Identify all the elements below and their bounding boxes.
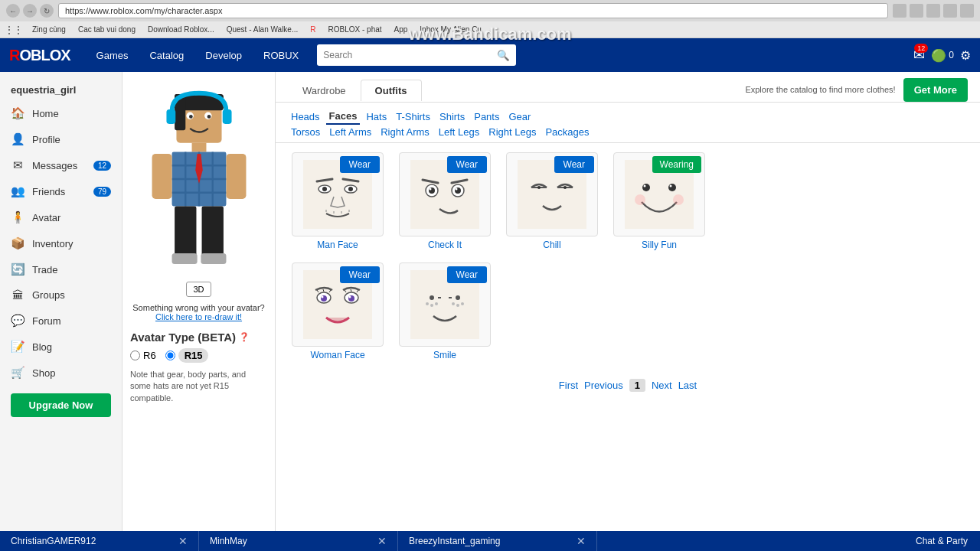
bookmark-7[interactable]: Inbox My Alien Cu [416, 24, 485, 34]
address-bar[interactable]: https://www.roblox.com/my/character.aspx [58, 3, 888, 18]
sidebar-item-forum[interactable]: 💬 Forum [0, 308, 122, 334]
item-name-man-face[interactable]: Man Face [317, 240, 358, 250]
sidebar-item-avatar[interactable]: 🧍 Avatar [0, 204, 122, 230]
bookmark-4[interactable]: R [307, 24, 318, 34]
item-name-woman-face[interactable]: Woman Face [310, 350, 364, 360]
item-name-chill[interactable]: Chill [543, 240, 560, 250]
cat-left-arms[interactable]: Left Arms [326, 125, 374, 139]
wear-btn-check-it[interactable]: Wear [447, 156, 487, 173]
item-name-smile[interactable]: Smile [433, 350, 456, 360]
wear-btn-woman-face[interactable]: Wear [340, 266, 380, 283]
cat-heads[interactable]: Heads [288, 109, 323, 124]
bookmark-5[interactable]: ROBLOX - phat [325, 24, 385, 34]
friends-sidebar-badge: 79 [93, 187, 111, 197]
cat-right-legs[interactable]: Right Legs [485, 125, 539, 139]
bookmark-6[interactable]: App [391, 24, 411, 34]
r6-radio[interactable] [130, 350, 140, 360]
get-more-button[interactable]: Get More [903, 78, 968, 102]
wearing-btn-silly-fun[interactable]: Wearing [652, 156, 701, 173]
item-card-man-face: Wear Man Face [288, 152, 387, 250]
cat-faces[interactable]: Faces [326, 109, 361, 125]
cat-left-legs[interactable]: Left Legs [436, 125, 483, 139]
r6-radio-label[interactable]: R6 [130, 348, 156, 363]
nav-catalog[interactable]: Catalog [139, 38, 194, 72]
svg-rect-7 [166, 109, 175, 124]
messages-badge: 12 [914, 44, 928, 53]
chat-item-2[interactable]: BreezyInstant_gaming ✕ [398, 531, 597, 551]
main-container: equestria_girl 🏠 Home 👤 Profile ✉ Messag… [0, 72, 980, 531]
sidebar-item-friends[interactable]: 👥 Friends 79 [0, 178, 122, 204]
sidebar-item-shop[interactable]: 🛒 Shop [0, 360, 122, 386]
sidebar-item-trade[interactable]: 🔄 Trade [0, 256, 122, 282]
avatar-type-radio-group: R6 R15 [130, 348, 267, 363]
search-button[interactable]: 🔍 [491, 50, 516, 61]
refresh-button[interactable]: ↻ [40, 4, 54, 18]
tab-wardrobe[interactable]: Wardrobe [288, 80, 361, 101]
sidebar-item-home[interactable]: 🏠 Home [0, 100, 122, 126]
nav-develop[interactable]: Develop [194, 38, 253, 72]
chat-close-2[interactable]: ✕ [577, 535, 586, 547]
item-img-smile: Wear [399, 262, 491, 347]
sidebar-item-blog[interactable]: 📝 Blog [0, 334, 122, 360]
cat-tshirts[interactable]: T-Shirts [393, 109, 433, 124]
nav-robux[interactable]: ROBUX [253, 38, 309, 72]
forward-button[interactable]: → [23, 4, 37, 18]
cat-pants[interactable]: Pants [471, 109, 502, 124]
sidebar-item-groups[interactable]: 🏛 Groups [0, 282, 122, 308]
r15-radio-label[interactable]: R15 [165, 348, 209, 363]
apps-icon[interactable]: ⋮⋮ [5, 24, 23, 35]
tab-outfits[interactable]: Outfits [361, 80, 422, 101]
bookmark-0[interactable]: Zing cùng [29, 24, 69, 34]
page-previous[interactable]: Previous [584, 380, 623, 391]
item-name-check-it[interactable]: Check It [428, 240, 462, 250]
sidebar-item-profile[interactable]: 👤 Profile [0, 126, 122, 152]
svg-point-61 [322, 296, 324, 298]
wear-btn-smile[interactable]: Wear [447, 266, 487, 283]
svg-rect-20 [175, 206, 196, 256]
page-last[interactable]: Last [678, 380, 697, 391]
item-img-check-it: Wear [399, 152, 491, 236]
upgrade-now-button[interactable]: Upgrade Now [11, 393, 111, 417]
search-bar: 🔍 [317, 44, 516, 66]
settings-button[interactable]: ⚙ [960, 48, 971, 63]
chat-username-0: ChristianGAMER912 [11, 536, 96, 546]
browser-icon-3 [926, 4, 940, 18]
search-input[interactable] [317, 45, 491, 65]
nav-games[interactable]: Games [86, 38, 139, 72]
cat-torsos[interactable]: Torsos [288, 125, 323, 139]
svg-point-79 [461, 302, 464, 305]
sidebar-item-inventory[interactable]: 📦 Inventory [0, 230, 122, 256]
cat-packages[interactable]: Packages [542, 125, 592, 139]
wear-btn-man-face[interactable]: Wear [340, 156, 380, 173]
chat-party-button[interactable]: Chat & Party [903, 531, 980, 551]
wear-btn-chill[interactable]: Wear [554, 156, 594, 173]
svg-point-42 [430, 188, 432, 191]
svg-point-47 [537, 186, 541, 189]
avatar-display [130, 80, 268, 279]
cat-gear[interactable]: Gear [505, 109, 534, 124]
svg-rect-19 [226, 154, 246, 199]
cat-right-arms[interactable]: Right Arms [377, 125, 433, 139]
item-img-chill: Wear [506, 152, 598, 236]
chat-close-1[interactable]: ✕ [377, 535, 387, 547]
chat-item-1[interactable]: MinhMay ✕ [199, 531, 398, 551]
bookmark-3[interactable]: Quest - Alan Walke... [224, 24, 302, 34]
cat-hats[interactable]: Hats [363, 109, 390, 124]
back-button[interactable]: ← [6, 4, 20, 18]
cat-shirts[interactable]: Shirts [436, 109, 468, 124]
chat-close-0[interactable]: ✕ [178, 535, 188, 547]
pagination: First Previous 1 Next Last [288, 373, 968, 398]
bookmark-1[interactable]: Cac tab vui dong [75, 24, 139, 34]
r15-radio[interactable] [165, 350, 175, 360]
item-name-silly-fun[interactable]: Silly Fun [642, 240, 677, 250]
sidebar-item-messages[interactable]: ✉ Messages 12 [0, 152, 122, 178]
page-next[interactable]: Next [652, 380, 672, 391]
page-first[interactable]: First [559, 380, 578, 391]
chat-item-0[interactable]: ChristianGAMER912 ✕ [0, 531, 199, 551]
redraw-link[interactable]: Click here to re-draw it! [155, 312, 242, 321]
bookmark-2[interactable]: Download Roblox... [145, 24, 217, 34]
help-icon[interactable]: ❓ [239, 332, 250, 342]
svg-point-43 [456, 188, 458, 191]
messages-button[interactable]: ✉ 12 [913, 47, 925, 64]
btn-3d[interactable]: 3D [186, 282, 211, 297]
